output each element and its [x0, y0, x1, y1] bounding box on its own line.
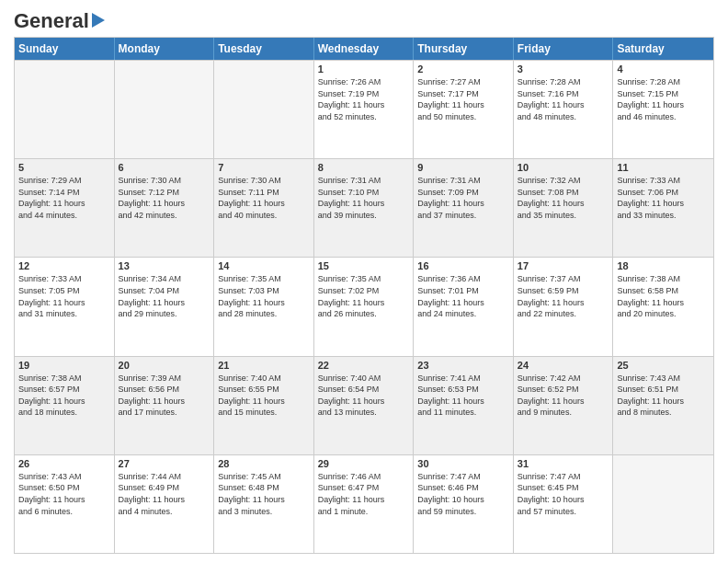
day-number: 8	[318, 162, 410, 173]
header-day-thursday: Thursday	[414, 38, 514, 60]
cal-cell: 24Sunrise: 7:42 AM Sunset: 6:52 PM Dayli…	[514, 357, 614, 454]
cell-info: Sunrise: 7:28 AM Sunset: 7:16 PM Dayligh…	[518, 76, 609, 122]
day-number: 28	[218, 458, 310, 469]
cell-info: Sunrise: 7:45 AM Sunset: 6:48 PM Dayligh…	[218, 471, 310, 517]
cal-cell: 8Sunrise: 7:31 AM Sunset: 7:10 PM Daylig…	[314, 159, 415, 257]
day-number: 26	[18, 458, 110, 469]
cell-info: Sunrise: 7:34 AM Sunset: 7:04 PM Dayligh…	[119, 273, 210, 319]
day-number: 16	[417, 260, 509, 271]
header-day-friday: Friday	[514, 38, 614, 60]
day-number: 31	[518, 458, 609, 469]
cell-info: Sunrise: 7:46 AM Sunset: 6:47 PM Dayligh…	[318, 471, 410, 517]
header-day-monday: Monday	[115, 38, 215, 60]
cal-cell	[15, 61, 115, 158]
cal-cell: 19Sunrise: 7:38 AM Sunset: 6:57 PM Dayli…	[15, 357, 115, 454]
cal-cell: 21Sunrise: 7:40 AM Sunset: 6:55 PM Dayli…	[214, 357, 314, 454]
logo: General	[14, 9, 105, 29]
cell-info: Sunrise: 7:33 AM Sunset: 7:06 PM Dayligh…	[617, 175, 710, 221]
day-number: 7	[218, 162, 310, 173]
day-number: 21	[218, 360, 310, 371]
header-day-tuesday: Tuesday	[214, 38, 314, 60]
day-number: 22	[318, 360, 410, 371]
calendar-row-1: 1Sunrise: 7:26 AM Sunset: 7:19 PM Daylig…	[15, 60, 713, 158]
day-number: 15	[318, 260, 410, 271]
cell-info: Sunrise: 7:42 AM Sunset: 6:52 PM Dayligh…	[518, 373, 609, 419]
header-day-sunday: Sunday	[15, 38, 115, 60]
cal-cell: 12Sunrise: 7:33 AM Sunset: 7:05 PM Dayli…	[15, 258, 115, 355]
day-number: 23	[417, 360, 509, 371]
day-number: 6	[119, 162, 210, 173]
calendar: SundayMondayTuesdayWednesdayThursdayFrid…	[14, 37, 714, 554]
day-number: 9	[417, 162, 509, 173]
calendar-body: 1Sunrise: 7:26 AM Sunset: 7:19 PM Daylig…	[15, 60, 713, 553]
header: General	[14, 9, 714, 29]
cal-cell: 9Sunrise: 7:31 AM Sunset: 7:09 PM Daylig…	[414, 159, 514, 257]
page: General SundayMondayTuesdayWednesdayThur…	[0, 0, 728, 563]
cal-cell: 10Sunrise: 7:32 AM Sunset: 7:08 PM Dayli…	[514, 159, 614, 257]
cal-cell	[613, 455, 713, 553]
cal-cell: 28Sunrise: 7:45 AM Sunset: 6:48 PM Dayli…	[214, 455, 314, 553]
cell-info: Sunrise: 7:41 AM Sunset: 6:53 PM Dayligh…	[417, 373, 509, 419]
cell-info: Sunrise: 7:47 AM Sunset: 6:46 PM Dayligh…	[417, 471, 509, 517]
cal-cell: 17Sunrise: 7:37 AM Sunset: 6:59 PM Dayli…	[514, 258, 614, 355]
cal-cell: 14Sunrise: 7:35 AM Sunset: 7:03 PM Dayli…	[214, 258, 314, 355]
day-number: 14	[218, 260, 310, 271]
header-day-wednesday: Wednesday	[314, 38, 415, 60]
cell-info: Sunrise: 7:31 AM Sunset: 7:09 PM Dayligh…	[417, 175, 509, 221]
day-number: 18	[617, 260, 710, 271]
cell-info: Sunrise: 7:36 AM Sunset: 7:01 PM Dayligh…	[417, 273, 509, 319]
cal-cell: 30Sunrise: 7:47 AM Sunset: 6:46 PM Dayli…	[414, 455, 514, 553]
cell-info: Sunrise: 7:28 AM Sunset: 7:15 PM Dayligh…	[617, 76, 710, 122]
cell-info: Sunrise: 7:43 AM Sunset: 6:50 PM Dayligh…	[18, 471, 110, 517]
day-number: 27	[119, 458, 210, 469]
day-number: 19	[18, 360, 110, 371]
cal-cell: 13Sunrise: 7:34 AM Sunset: 7:04 PM Dayli…	[115, 258, 215, 355]
cal-cell: 16Sunrise: 7:36 AM Sunset: 7:01 PM Dayli…	[414, 258, 514, 355]
calendar-row-3: 12Sunrise: 7:33 AM Sunset: 7:05 PM Dayli…	[15, 257, 713, 355]
cell-info: Sunrise: 7:43 AM Sunset: 6:51 PM Dayligh…	[617, 373, 710, 419]
day-number: 12	[18, 260, 110, 271]
cell-info: Sunrise: 7:40 AM Sunset: 6:54 PM Dayligh…	[318, 373, 410, 419]
cell-info: Sunrise: 7:31 AM Sunset: 7:10 PM Dayligh…	[318, 175, 410, 221]
day-number: 11	[617, 162, 710, 173]
cal-cell: 1Sunrise: 7:26 AM Sunset: 7:19 PM Daylig…	[314, 61, 415, 158]
day-number: 20	[119, 360, 210, 371]
cal-cell: 7Sunrise: 7:30 AM Sunset: 7:11 PM Daylig…	[214, 159, 314, 257]
cell-info: Sunrise: 7:33 AM Sunset: 7:05 PM Dayligh…	[18, 273, 110, 319]
cell-info: Sunrise: 7:35 AM Sunset: 7:02 PM Dayligh…	[318, 273, 410, 319]
cal-cell: 29Sunrise: 7:46 AM Sunset: 6:47 PM Dayli…	[314, 455, 415, 553]
cal-cell: 20Sunrise: 7:39 AM Sunset: 6:56 PM Dayli…	[115, 357, 215, 454]
day-number: 13	[119, 260, 210, 271]
calendar-row-5: 26Sunrise: 7:43 AM Sunset: 6:50 PM Dayli…	[15, 454, 713, 553]
cell-info: Sunrise: 7:44 AM Sunset: 6:49 PM Dayligh…	[119, 471, 210, 517]
cal-cell: 27Sunrise: 7:44 AM Sunset: 6:49 PM Dayli…	[115, 455, 215, 553]
cal-cell: 4Sunrise: 7:28 AM Sunset: 7:15 PM Daylig…	[613, 61, 713, 158]
day-number: 30	[417, 458, 509, 469]
cal-cell: 5Sunrise: 7:29 AM Sunset: 7:14 PM Daylig…	[15, 159, 115, 257]
cell-info: Sunrise: 7:37 AM Sunset: 6:59 PM Dayligh…	[518, 273, 609, 319]
day-number: 4	[617, 63, 710, 75]
day-number: 25	[617, 360, 710, 371]
cell-info: Sunrise: 7:30 AM Sunset: 7:11 PM Dayligh…	[218, 175, 310, 221]
cal-cell: 23Sunrise: 7:41 AM Sunset: 6:53 PM Dayli…	[414, 357, 514, 454]
cell-info: Sunrise: 7:39 AM Sunset: 6:56 PM Dayligh…	[119, 373, 210, 419]
calendar-row-4: 19Sunrise: 7:38 AM Sunset: 6:57 PM Dayli…	[15, 356, 713, 454]
calendar-row-2: 5Sunrise: 7:29 AM Sunset: 7:14 PM Daylig…	[15, 158, 713, 257]
cell-info: Sunrise: 7:29 AM Sunset: 7:14 PM Dayligh…	[18, 175, 110, 221]
cell-info: Sunrise: 7:27 AM Sunset: 7:17 PM Dayligh…	[417, 76, 509, 122]
day-number: 29	[318, 458, 410, 469]
cell-info: Sunrise: 7:26 AM Sunset: 7:19 PM Dayligh…	[318, 76, 410, 122]
cal-cell	[115, 61, 215, 158]
day-number: 1	[318, 63, 410, 75]
cell-info: Sunrise: 7:40 AM Sunset: 6:55 PM Dayligh…	[218, 373, 310, 419]
cal-cell: 3Sunrise: 7:28 AM Sunset: 7:16 PM Daylig…	[514, 61, 614, 158]
cell-info: Sunrise: 7:32 AM Sunset: 7:08 PM Dayligh…	[518, 175, 609, 221]
day-number: 3	[518, 63, 609, 75]
cal-cell: 18Sunrise: 7:38 AM Sunset: 6:58 PM Dayli…	[613, 258, 713, 355]
calendar-header: SundayMondayTuesdayWednesdayThursdayFrid…	[15, 38, 713, 60]
cal-cell: 22Sunrise: 7:40 AM Sunset: 6:54 PM Dayli…	[314, 357, 415, 454]
cal-cell: 15Sunrise: 7:35 AM Sunset: 7:02 PM Dayli…	[314, 258, 415, 355]
cal-cell: 25Sunrise: 7:43 AM Sunset: 6:51 PM Dayli…	[613, 357, 713, 454]
cal-cell: 6Sunrise: 7:30 AM Sunset: 7:12 PM Daylig…	[115, 159, 215, 257]
cell-info: Sunrise: 7:38 AM Sunset: 6:58 PM Dayligh…	[617, 273, 710, 319]
